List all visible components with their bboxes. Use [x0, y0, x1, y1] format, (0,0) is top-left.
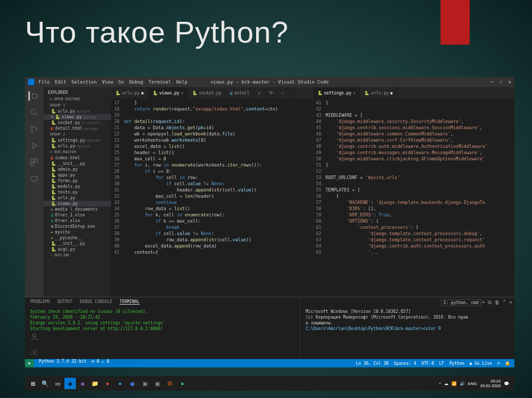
sidebar-item[interactable]: ▸ media \ documents — [44, 207, 111, 212]
task-view-icon[interactable]: ▭ — [52, 378, 63, 389]
code-editor-left[interactable]: 17 }18 return render(request,"excapp/ind… — [111, 99, 313, 297]
sidebar-item[interactable]: 🐍 __init__.py — [44, 161, 111, 167]
sidebar-item[interactable]: 🐍 asgi.py — [44, 246, 111, 252]
source-control-icon[interactable] — [30, 125, 39, 134]
open-editors-header[interactable]: ∨ OPEN EDITORS — [44, 96, 111, 102]
sidebar-item[interactable]: 🐍 apps.py — [44, 172, 111, 178]
workspace-header[interactable]: ∨ BCK-MASTER — [44, 149, 111, 155]
remote-icon[interactable] — [30, 174, 39, 184]
tab-urls.py[interactable]: 🐍 urls.py ● — [360, 87, 397, 99]
status-item[interactable]: ◉ Go Live — [470, 361, 492, 366]
sidebar-item[interactable]: ▦ Отчет_1.xlsx — [44, 212, 111, 218]
menu-edit[interactable]: Edit — [55, 79, 66, 85]
menu-help[interactable]: Help — [176, 79, 188, 85]
app3-taskbar-icon[interactable]: ▣ — [139, 378, 151, 389]
sidebar-item[interactable]: 🐍 urls.py — [44, 195, 111, 201]
app4-taskbar-icon[interactable]: ▣ — [152, 378, 163, 389]
terminal-output-left[interactable]: System check identified no issues (0 sil… — [30, 307, 295, 332]
menu-debug[interactable]: Debug — [129, 79, 143, 85]
status-item[interactable]: LF — [439, 361, 444, 366]
folder-mysite[interactable]: ▸ mysite — [44, 229, 111, 235]
kill-terminal-icon[interactable]: 🗑 — [495, 299, 500, 306]
tray-cloud-icon[interactable]: ☁ — [444, 381, 448, 386]
app5-taskbar-icon[interactable]: ● — [177, 378, 188, 389]
tray-volume-icon[interactable]: 🔊 — [460, 381, 465, 386]
chrome-taskbar-icon[interactable]: ◉ — [127, 378, 138, 389]
close-button[interactable]: ✕ — [509, 79, 511, 85]
terminal-output-right[interactable]: Microsoft Windows [Version 10.0.18362.65… — [305, 307, 509, 332]
tab-detail[interactable]: ◧ detail — [226, 87, 254, 99]
sidebar-item[interactable]: ▸ __pycache__ — [44, 235, 111, 241]
status-item[interactable]: ☺ — [497, 361, 500, 366]
status-item[interactable]: Spaces: 4 — [394, 361, 416, 366]
debug-icon[interactable] — [30, 141, 39, 150]
app-taskbar-icon[interactable]: ● — [102, 378, 113, 389]
status-remote[interactable]: ✖ — [25, 359, 34, 367]
sidebar-item[interactable]: × 🐍 views.py excapp — [44, 114, 111, 120]
menu-go[interactable]: Go — [118, 79, 124, 85]
maximize-button[interactable]: ☐ — [499, 79, 502, 85]
sidebar-item[interactable]: 🐍 models.py — [44, 184, 111, 189]
visualstudio-taskbar-icon[interactable]: ◈ — [77, 378, 88, 389]
sidebar-item[interactable]: ◧ detail.html excapp... — [44, 126, 111, 131]
outline-header[interactable]: › OUTLINE — [44, 252, 111, 258]
sidebar-item[interactable]: ▦ Отчет.xlsx — [44, 218, 111, 224]
new-terminal-icon[interactable]: + — [482, 299, 485, 306]
sidebar-item[interactable]: 🐍 admin.py — [44, 167, 111, 172]
minimize-button[interactable]: ─ — [490, 79, 493, 85]
split-terminal-icon[interactable]: ⧉ — [488, 299, 491, 306]
menu-file[interactable]: File — [38, 79, 50, 85]
tab-settings.py[interactable]: 🐍 settings.py × — [313, 87, 361, 99]
panel-tab-output[interactable]: OUTPUT — [58, 299, 73, 305]
terminal-selector[interactable]: 1: python, cmd — [441, 299, 481, 306]
panel-tab-debug console[interactable]: DEBUG CONSOLE — [79, 299, 112, 305]
sidebar-item[interactable]: 🐍 __init__.py — [44, 241, 111, 246]
split-editor-icon[interactable]: ⧉ — [265, 87, 277, 99]
sidebar-item[interactable]: 🐍 socket.py C:\Users... — [44, 120, 111, 126]
run-button[interactable]: ▷ — [254, 87, 265, 99]
code-editor-right[interactable]: 41]4243MIDDLEWARE = [44 'django.middlewa… — [313, 99, 515, 297]
sidebar-item[interactable]: 🐍 forms.py — [44, 178, 111, 184]
more-icon[interactable]: ⋯ — [277, 87, 289, 99]
menu-terminal[interactable]: Terminal — [149, 79, 171, 85]
status-item[interactable]: Python — [449, 361, 464, 366]
panel-tab-problems[interactable]: PROBLEMS — [30, 299, 50, 305]
menu-view[interactable]: View — [102, 79, 113, 85]
folder-taskbar-icon[interactable]: 📁 — [89, 378, 101, 389]
search-icon[interactable] — [30, 108, 39, 117]
status-item[interactable]: Python 3.7.4 32-bit — [39, 359, 87, 367]
sidebar-item[interactable]: 🐍 tests.py — [44, 189, 111, 195]
tab-views.py[interactable]: 🐍 views.py × — [149, 87, 188, 99]
menu-selection[interactable]: Selection — [71, 79, 97, 85]
xampp-taskbar-icon[interactable]: ☒ — [164, 378, 176, 389]
maximize-panel-icon[interactable]: ^ — [503, 299, 506, 306]
explorer-icon[interactable] — [29, 91, 38, 101]
sidebar-item[interactable]: ⚙ DiscordSetup.exe — [44, 224, 111, 229]
search-taskbar-icon[interactable]: 🔍 — [39, 378, 51, 389]
account-icon[interactable] — [30, 332, 39, 341]
tray-chevron-icon[interactable]: ^ — [439, 381, 441, 386]
tab-socket.py[interactable]: 🐍 socket.py — [188, 87, 226, 99]
app2-taskbar-icon[interactable]: ● — [114, 378, 126, 389]
settings-icon[interactable] — [30, 348, 39, 357]
sidebar-item[interactable]: ◧ index.html — [44, 155, 111, 161]
tray-wifi-icon[interactable]: 📶 — [451, 381, 457, 386]
status-item[interactable]: 🔔 — [505, 361, 510, 366]
tab-urls.py[interactable]: 🐍 urls.py ● — [111, 87, 149, 99]
svg-rect-6 — [31, 163, 34, 166]
tray-notifications-icon[interactable]: 💬 — [504, 381, 509, 386]
sidebar-item[interactable]: 🐍 settings.py mysite — [44, 138, 111, 143]
tray-lang[interactable]: ENG — [468, 381, 477, 386]
status-item[interactable]: Ln 36, Col 30 — [356, 361, 389, 366]
sidebar-item[interactable]: 🐍 urls.py mysite — [44, 108, 111, 114]
sidebar-item[interactable]: 🐍 urls.py mysite — [44, 143, 111, 149]
start-button[interactable]: ⊞ — [27, 378, 38, 389]
vscode-taskbar-icon[interactable]: ◈ — [64, 378, 76, 389]
status-item[interactable]: UTF-8 — [421, 361, 434, 366]
panel-tab-terminal[interactable]: TERMINAL — [119, 299, 140, 305]
extensions-icon[interactable] — [30, 158, 39, 167]
close-panel-icon[interactable]: × — [509, 299, 512, 306]
tray-clock[interactable]: 20:22 29.02.2020 — [480, 379, 501, 388]
status-item[interactable]: ⊘ 0 ⚠ 0 — [91, 359, 109, 367]
sidebar-item[interactable]: 🐍 views.py — [44, 201, 111, 207]
